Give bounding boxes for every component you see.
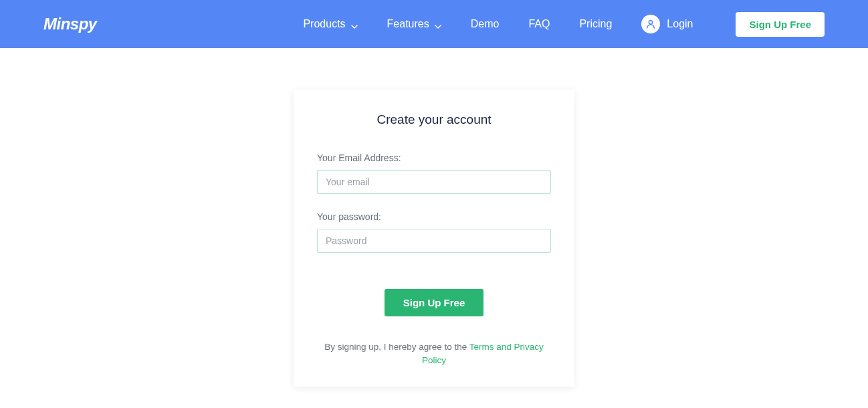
email-input[interactable] — [317, 170, 551, 194]
main-content: Create your account Your Email Address: … — [0, 48, 868, 408]
brand-logo[interactable]: Minspy — [43, 15, 97, 33]
user-icon — [641, 15, 660, 33]
nav-pricing[interactable]: Pricing — [579, 18, 612, 30]
agree-prefix: By signing up, I hereby agree to the — [324, 342, 469, 352]
nav-features-label: Features — [387, 18, 429, 30]
card-title: Create your account — [317, 112, 551, 127]
password-input[interactable] — [317, 229, 551, 253]
nav-faq-label: FAQ — [528, 18, 550, 30]
nav-products-label: Products — [303, 18, 345, 30]
nav-demo-label: Demo — [471, 18, 500, 30]
nav-products[interactable]: Products — [303, 18, 357, 30]
nav-signup-button[interactable]: Sign Up Free — [736, 12, 825, 37]
nav-pricing-label: Pricing — [579, 18, 612, 30]
nav-login-label: Login — [667, 18, 693, 30]
navbar: Minspy Products Features Demo FAQ Pricin… — [0, 0, 868, 48]
svg-point-0 — [649, 21, 653, 24]
password-label: Your password: — [317, 211, 551, 222]
email-label: Your Email Address: — [317, 152, 551, 163]
signup-card: Create your account Your Email Address: … — [294, 90, 574, 387]
chevron-down-icon — [351, 21, 358, 27]
signup-submit-button[interactable]: Sign Up Free — [385, 289, 484, 316]
nav-features[interactable]: Features — [387, 18, 441, 30]
nav-demo[interactable]: Demo — [471, 18, 500, 30]
nav-items: Products Features Demo FAQ Pricing — [303, 12, 825, 37]
nav-login[interactable]: Login — [641, 15, 693, 33]
chevron-down-icon — [435, 21, 441, 27]
nav-faq[interactable]: FAQ — [528, 18, 550, 30]
agree-text: By signing up, I hereby agree to the Ter… — [317, 340, 551, 368]
